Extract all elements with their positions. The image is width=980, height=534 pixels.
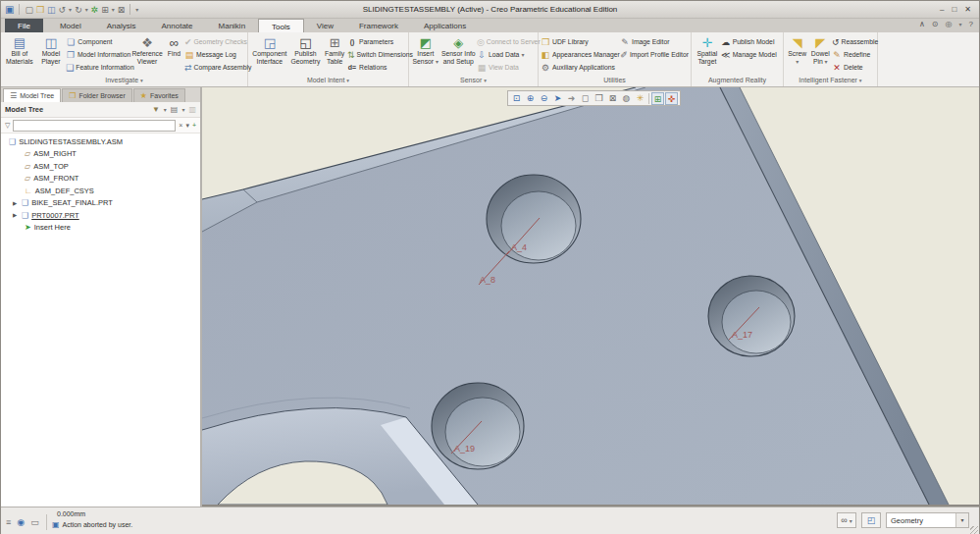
tab-annotate[interactable]: Annotate [148,19,205,32]
switch-dimensions-button[interactable]: ⇅ Switch Dimensions [347,48,406,61]
manage-model-button[interactable]: ≪ Manage Model [721,48,781,61]
parameters-button[interactable]: () Parameters [347,35,406,48]
tree-search-input[interactable] [13,120,176,132]
collapse-ribbon-icon[interactable]: ∧ [919,20,925,28]
cad-scene[interactable]: A_4 A_8 A_17 A_19 [202,87,979,505]
redo-icon[interactable]: ↻ [75,4,82,16]
saved-orientations-icon[interactable]: ❒ [593,92,605,105]
shading-icon[interactable]: ➜ [565,92,578,105]
tab-tools[interactable]: Tools [258,19,304,32]
sensor-info-button[interactable]: ◈ Sensor Info and Setup [440,34,477,67]
app-icon[interactable]: ▣ [5,4,14,16]
command-search-icon[interactable]: ◎ [946,20,953,28]
tree-filters-dropdown-icon[interactable]: ▾ [164,106,167,113]
tree-item-asm-front[interactable]: ▱ ASM_FRONT [1,173,200,186]
tab-model-tree[interactable]: ☰ Model Tree [3,88,61,102]
tab-manikin[interactable]: Manikin [206,19,259,32]
model-player-button[interactable]: ◫ Model Player [36,34,67,67]
select-box-button[interactable]: ◰ [861,512,881,528]
toggle-browser-icon[interactable]: ◉ [17,517,25,527]
resize-grip[interactable] [970,526,978,534]
group-label-intelligent-fastener[interactable]: Intelligent Fastener ▾ [784,75,877,86]
close-window-icon[interactable]: ⊠ [118,4,126,16]
tab-file[interactable]: File [5,19,43,32]
import-profile-editor-button[interactable]: ✐ Import Profile Editor [620,48,689,61]
component-interface-button[interactable]: ◲ Component Interface [250,34,289,67]
message-log-button[interactable]: ▤ Message Log [184,48,245,61]
maximize-button[interactable]: □ [952,5,956,14]
save-icon[interactable]: ◫ [47,4,56,16]
tab-analysis[interactable]: Analysis [94,19,149,32]
screw-button[interactable]: ◥ Screw ▾ [786,34,809,67]
tree-item-insert-here[interactable]: ➤ Insert Here [1,222,200,235]
tree-settings-icon[interactable]: ▤ [171,105,179,114]
publish-model-button[interactable]: ☁ Publish Model [721,35,781,48]
tree-filters-icon[interactable]: ▼ [152,105,160,114]
hole-a19[interactable] [432,383,524,469]
family-table-button[interactable]: ⊞ Family Table [322,34,347,67]
filter-dropdown-arrow-icon[interactable]: ▾ [955,513,968,527]
group-label-investigate[interactable]: Investigate ▾ [1,75,247,86]
auxiliary-applications-button[interactable]: ⚙ Auxiliary Applications [541,61,620,74]
zoom-in-icon[interactable]: ⊕ [524,92,537,105]
group-label-utilities[interactable]: Utilities [539,75,691,86]
spatial-target-button[interactable]: ✛ Spatial Target [694,34,721,67]
publish-geometry-button[interactable]: ◱ Publish Geometry [289,34,323,67]
group-label-augmented-reality[interactable]: Augmented Reality [692,75,783,86]
zoom-out-icon[interactable]: ⊖ [538,92,550,105]
search-model-button[interactable]: ∞ ▾ [837,512,856,528]
tab-framework[interactable]: Framework [346,19,411,32]
tab-folder-browser[interactable]: ❒ Folder Browser [62,88,132,102]
expand-arrow-icon[interactable]: ▶ [11,212,19,218]
funnel-icon[interactable]: ▽ [5,122,10,130]
qat-overflow-icon[interactable]: ▾ [135,6,138,13]
tree-item-asm-def-csys[interactable]: ∟ ASM_DEF_CSYS [1,185,200,197]
clear-search-icon[interactable]: × [179,122,182,129]
insert-sensor-button[interactable]: ◩ Insert Sensor ▾ [411,34,440,67]
toggle-panel-icon[interactable]: ▭ [30,517,39,527]
help-icon[interactable]: ? [969,20,973,28]
3d-viewport[interactable]: A_4 A_8 A_17 A_19 ⊡ ⊕ ⊖ ➤ ➜ ◻ ❒ ⊠ ◍ ✳ ⊞ [202,87,979,507]
reassemble-button[interactable]: ↺ Reassemble [832,35,875,48]
reference-viewer-button[interactable]: ❖ Reference Viewer [130,34,164,67]
minimize-button[interactable]: – [940,5,944,14]
window-switch-icon[interactable]: ⊞ [101,4,109,16]
group-label-sensor[interactable]: Sensor ▾ [409,75,538,86]
regenerate-icon[interactable]: ✲ [91,4,99,16]
tree-item-asm-top[interactable]: ▱ ASM_TOP [1,160,200,173]
hole-a4[interactable] [487,175,581,263]
udf-library-button[interactable]: ❒ UDF Library [541,35,620,48]
dowel-pin-button[interactable]: ◤ Dowel Pin ▾ [809,34,833,67]
undo-icon[interactable]: ↺ [59,4,67,16]
tab-model[interactable]: Model [47,19,94,32]
load-data-button[interactable]: ⇩ Load Data ▾ [477,48,536,61]
image-editor-button[interactable]: ✎ Image Editor [620,35,689,48]
spin-center-icon[interactable]: ✜ [665,92,678,105]
expand-arrow-icon[interactable]: ▶ [11,200,19,206]
selection-filter-dropdown[interactable]: Geometry ▾ [886,512,969,528]
tree-item-bike-seat[interactable]: ▶ ❑ BIKE_SEAT_FINAL.PRT [1,197,200,210]
search-icon[interactable]: ⊙ [932,20,939,28]
find-button[interactable]: ∞ Find [164,34,184,59]
search-dropdown-icon[interactable]: ▾ [959,21,962,27]
appearances-gallery-icon[interactable]: ◍ [620,92,633,105]
model-information-button[interactable]: ❐ Model Information [66,48,130,61]
component-button[interactable]: ❏ Component [66,35,130,48]
toggle-model-tree-icon[interactable]: ≡ [6,517,11,527]
add-filter-icon[interactable]: + [192,122,196,129]
appearances-manager-button[interactable]: ◧ Appearances Manager [541,48,620,61]
relations-button[interactable]: d= Relations [347,61,406,74]
open-file-icon[interactable]: ❒ [36,4,44,16]
redo-dropdown-icon[interactable]: ▾ [85,6,88,13]
capture-icon[interactable]: ⊠ [606,92,619,105]
feature-information-button[interactable]: ❑ Feature Information [66,61,130,74]
tab-favorites[interactable]: ★ Favorites [133,88,185,102]
bill-of-materials-button[interactable]: ▤ Bill of Materials [3,34,36,67]
delete-button[interactable]: ✕ Delete [832,61,875,74]
tree-settings-dropdown-icon[interactable]: ▾ [181,106,184,113]
tree-item-assembly[interactable]: ❑ SLIDINGTESTASSEMBLY.ASM [1,135,200,148]
tab-view[interactable]: View [304,19,346,32]
undo-dropdown-icon[interactable]: ▾ [69,6,72,13]
tab-applications[interactable]: Applications [411,19,479,32]
datum-display-icon[interactable]: ✳ [634,92,646,105]
